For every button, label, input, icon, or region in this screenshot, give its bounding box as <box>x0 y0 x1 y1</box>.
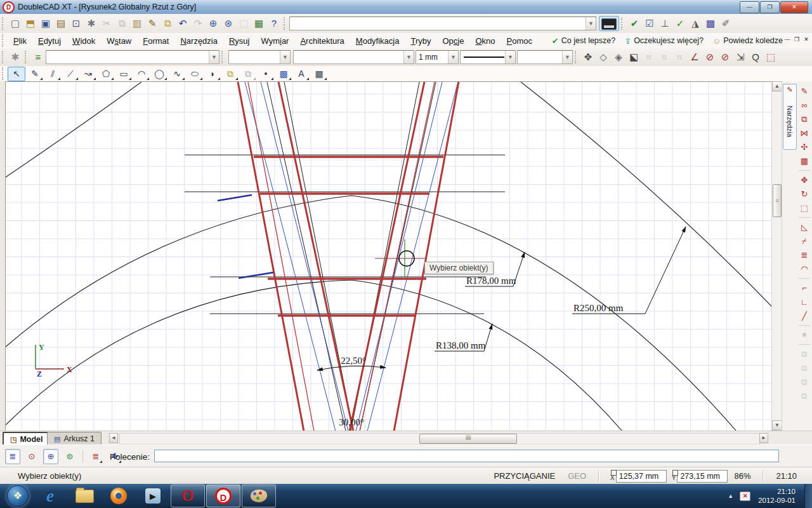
radius-250-label[interactable]: R250,00 mm <box>573 303 624 313</box>
red-profile-lines[interactable] <box>238 82 459 431</box>
dock-scale-icon[interactable]: ⬚ <box>798 202 811 214</box>
layers-icon[interactable]: ≡ <box>30 50 46 64</box>
edit-style-icon[interactable]: ✐ <box>718 17 733 30</box>
save-icon[interactable]: ▣ <box>38 17 53 30</box>
show-desktop-button[interactable] <box>804 484 812 508</box>
print-preview-icon[interactable]: ⊡ <box>69 17 84 30</box>
horizontal-scroll-thumb[interactable] <box>419 434 517 444</box>
triangle-text-icon[interactable]: ◮ <box>688 17 703 30</box>
hatch-icon[interactable]: ▩ <box>703 17 718 30</box>
line-tool[interactable]: ⟋ <box>62 67 79 81</box>
rail-1-icon[interactable]: ⌗ <box>641 50 657 64</box>
zoom-selection-icon[interactable]: ⬚ <box>236 17 251 30</box>
taskbar-media-player[interactable]: ▶ <box>136 485 169 507</box>
print-icon[interactable]: ▤ <box>53 17 69 30</box>
scroll-up-icon[interactable]: ▲ <box>772 81 782 91</box>
promo-co-jest-lepsze[interactable]: ✔Co jest lepsze? <box>552 36 615 46</box>
taskbar-paint[interactable] <box>242 485 276 507</box>
snap-midpoint-icon[interactable]: ◈ <box>611 50 626 64</box>
promo-powiedz-koledze[interactable]: ☺Powiedz koledze <box>712 36 783 46</box>
spellcheck-icon[interactable]: ✔ <box>627 17 642 30</box>
move-ucs-icon[interactable]: ⊥ <box>657 17 672 30</box>
dock-offset-icon[interactable]: ≣ <box>798 249 811 261</box>
image-tool[interactable]: ▩ <box>275 67 292 81</box>
chevron-down-icon[interactable]: ▼ <box>505 51 515 64</box>
dock-ungroup-icon[interactable]: ⧉ <box>798 362 811 374</box>
angle-30-label[interactable]: 30,00° <box>339 417 364 427</box>
dock-unlock-icon[interactable]: ⧉ <box>798 390 811 402</box>
x-coordinate-field[interactable]: 125,37 mm <box>616 470 667 483</box>
selected-segments[interactable] <box>218 195 273 278</box>
menu-plik[interactable]: Plik <box>8 34 32 48</box>
start-button[interactable]: ❖ <box>3 485 32 507</box>
elliptical-arc-tool[interactable]: ◗ <box>204 67 221 81</box>
zoom-in-icon[interactable]: ⊕ <box>206 17 221 30</box>
vertical-scrollbar[interactable]: ▲ ▼ <box>771 81 782 431</box>
polyline-tool[interactable]: ↝ <box>80 67 96 81</box>
dock-clip-icon[interactable]: ◺ <box>798 221 811 233</box>
point-tool[interactable]: • <box>258 67 274 81</box>
y-coordinate-field[interactable]: 273,15 mm <box>677 470 728 483</box>
menu-grip[interactable] <box>2 34 6 47</box>
linetype-combo[interactable]: ▼ <box>293 50 414 64</box>
command-input[interactable] <box>154 450 779 462</box>
open-icon[interactable]: ⬒ <box>23 17 38 30</box>
mdi-close-button[interactable]: ✕ <box>802 35 811 44</box>
color-combo[interactable]: ▼ <box>228 50 291 64</box>
dock-copy-entities-icon[interactable]: ∞ <box>798 99 811 111</box>
dim-leader-icon[interactable]: ⇲ <box>733 50 748 64</box>
toolbar-grip[interactable] <box>2 17 6 30</box>
vertical-scroll-thumb[interactable] <box>773 184 782 217</box>
selection-info-combo[interactable]: ▼ <box>289 17 596 30</box>
circle-tool[interactable]: ◯ <box>151 67 167 81</box>
brush-icon[interactable]: ✎ <box>145 17 160 30</box>
select-tool[interactable]: ↖ <box>8 67 25 81</box>
copy-sheet-icon[interactable]: ⧉ <box>160 17 175 30</box>
property-gear-icon[interactable]: ✱ <box>8 50 23 64</box>
snap-toggle-icon[interactable]: ⊕ <box>43 449 58 464</box>
arc-tool[interactable]: ◠ <box>133 67 150 81</box>
paste-icon[interactable]: ▥ <box>129 17 145 30</box>
snap-toggle[interactable]: PRZYCIĄGANIE <box>494 471 555 481</box>
dock-shape-icon[interactable]: ✣ <box>798 141 811 153</box>
xref-tool[interactable]: ⧉ <box>240 67 256 81</box>
layer-combo[interactable]: ▼ <box>46 50 219 64</box>
toolbar-grip[interactable] <box>575 51 579 64</box>
line-width-combo[interactable]: 1 mm▼ <box>416 50 459 64</box>
toolbar-grip[interactable] <box>2 67 6 80</box>
menu-format[interactable]: Format <box>137 34 174 48</box>
drawing-canvas[interactable]: 22,50° 30,00° R178,00 mm R138,00 mm R250… <box>5 81 772 431</box>
taskbar-clock[interactable]: 21:10 2012-09-01 <box>758 487 796 505</box>
radius-leaders[interactable] <box>435 227 686 351</box>
taskbar-internet-explorer[interactable]: e <box>34 485 67 507</box>
chevron-down-icon[interactable]: ▼ <box>586 17 596 30</box>
tray-expand-icon[interactable]: ▲ <box>728 493 733 499</box>
horizontal-scrollbar[interactable] <box>119 433 760 444</box>
dim-edit-icon[interactable]: ⬚ <box>763 50 778 64</box>
menu-edytuj[interactable]: Edytuj <box>32 34 67 48</box>
taskbar-firefox[interactable] <box>102 485 135 507</box>
maximize-button[interactable]: ❐ <box>760 1 780 13</box>
dock-move-icon[interactable]: ✥ <box>798 174 811 186</box>
radius-arcs[interactable] <box>6 82 772 431</box>
taskbar-opera[interactable]: O <box>171 485 205 507</box>
dock-lock-icon[interactable]: ⧉ <box>798 376 811 388</box>
dock-extend-icon[interactable]: ╱ <box>798 310 811 322</box>
dock-duplicate-icon[interactable]: ⧉ <box>798 113 811 125</box>
render-screen-button[interactable] <box>599 16 619 31</box>
menu-wymiar[interactable]: Wymiar <box>255 34 294 48</box>
taskbar-explorer[interactable] <box>68 485 101 507</box>
chevron-down-icon[interactable]: ▼ <box>209 51 219 64</box>
toolbar-grip[interactable] <box>284 17 287 30</box>
menu-okno[interactable]: Okno <box>469 34 501 48</box>
text-tool[interactable]: A <box>293 67 310 81</box>
construction-lines-slanted[interactable] <box>267 82 436 431</box>
close-button[interactable]: ✕ <box>780 1 808 13</box>
chevron-down-icon[interactable]: ▼ <box>280 51 290 64</box>
angle-22-label[interactable]: 22,50° <box>341 356 366 366</box>
zoom-extents-icon[interactable]: ⊛ <box>221 17 236 30</box>
mdi-minimize-button[interactable]: — <box>783 35 792 44</box>
chevron-down-icon[interactable]: ▼ <box>403 51 414 64</box>
construction-lines-horizontal[interactable] <box>185 155 505 314</box>
dock-explode-icon[interactable]: ✷ <box>798 329 811 341</box>
